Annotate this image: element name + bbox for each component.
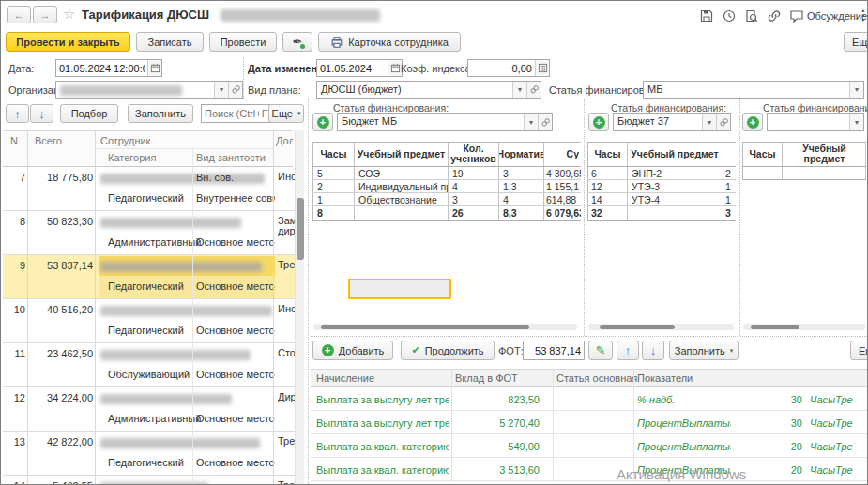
pick-button[interactable]: Подбор xyxy=(60,104,118,123)
t2-total[interactable]: 3 xyxy=(725,207,736,219)
col-employment[interactable]: Вид занятости xyxy=(196,152,266,163)
write-button[interactable]: Записать xyxy=(136,32,204,52)
t2-cell[interactable]: ЭНП-2 xyxy=(632,168,721,179)
chevron-down-icon[interactable]: ▾ xyxy=(702,114,716,130)
t1-cell[interactable]: 614,88 xyxy=(546,194,581,205)
open-icon[interactable] xyxy=(538,114,552,130)
save-icon[interactable] xyxy=(699,8,714,23)
add-financing-button-1[interactable]: + xyxy=(312,113,333,131)
t1-total[interactable]: 8 xyxy=(317,207,323,219)
financing-article-combo[interactable]: МБ ▾ xyxy=(643,81,864,99)
col-employee[interactable]: Сотрудник xyxy=(100,135,150,146)
post-button[interactable]: Провести xyxy=(209,32,277,52)
t1-total[interactable]: 6 079,63 xyxy=(546,207,581,219)
discussion-icon[interactable] xyxy=(789,8,804,23)
forward-button[interactable]: → xyxy=(33,6,57,23)
accrual-row[interactable]: Выплата за выслугу лет тренера-препо... … xyxy=(311,388,868,411)
financing-combo-1[interactable]: Бюджет МБ ▾ xyxy=(337,113,553,131)
t1-cell[interactable]: 19 xyxy=(452,168,464,179)
t1-cell[interactable]: Индивидуальный проект xyxy=(358,181,448,192)
t1-col-subject[interactable]: Учебный предмет xyxy=(355,142,448,166)
t2-cell-clipped[interactable]: 1 xyxy=(725,194,736,205)
t1-cell[interactable]: 4 309,65 xyxy=(546,168,581,179)
t2-col-subject[interactable]: Учебный предмет xyxy=(628,142,722,166)
change-date-field[interactable] xyxy=(316,59,403,77)
t2-cell[interactable]: УТЭ-3 xyxy=(632,181,721,192)
col-fot-share[interactable]: Вклад в ФОТ xyxy=(455,372,518,384)
row-up-button[interactable]: ↑ xyxy=(617,341,639,360)
t1-cell[interactable]: 5 xyxy=(317,168,323,179)
post-and-close-button[interactable]: Провести и закрыть xyxy=(6,32,130,52)
t2-cell[interactable]: 14 xyxy=(591,194,602,205)
chevron-down-icon[interactable]: ▾ xyxy=(524,114,538,130)
employee-row-10[interactable]: 10 40 516,20 Инс Педагогический Основное… xyxy=(3,299,295,343)
t1-cell[interactable]: 2 xyxy=(317,181,323,192)
t3-col-subject[interactable]: Учебный предмет xyxy=(783,142,866,166)
open-icon[interactable] xyxy=(526,82,541,98)
more-button-bottom[interactable]: Еще xyxy=(850,341,868,360)
accrual-row[interactable]: Выплата за квал. категорию тренера-пр...… xyxy=(311,435,868,458)
calendar-icon[interactable] xyxy=(388,60,402,76)
t1-cell[interactable]: 3 xyxy=(503,168,509,179)
financing-combo-3[interactable]: ▾ xyxy=(767,113,864,131)
add-financing-button-3[interactable]: + xyxy=(742,113,763,131)
more-vertical-icon[interactable]: ⋮ xyxy=(857,8,868,23)
t2-col-hours[interactable]: Часы xyxy=(588,142,627,166)
chevron-down-icon[interactable]: ▾ xyxy=(214,82,228,98)
employee-row-12[interactable]: 12 34 224,00 Дир Административный Основн… xyxy=(3,387,295,432)
preview-icon[interactable] xyxy=(744,8,759,23)
t1-total[interactable]: 26 xyxy=(452,207,464,219)
sign-pen-button[interactable]: ✒ xyxy=(282,32,312,52)
organization-combo[interactable]: ▾ xyxy=(55,81,243,99)
employee-row-11[interactable]: 11 23 462,50 Сто Обслуживающий Основное … xyxy=(3,343,295,387)
left-table-scrollbar[interactable] xyxy=(295,130,304,485)
fill-button-left[interactable]: Заполнить xyxy=(128,104,193,123)
t2-cell-clipped[interactable]: 2 xyxy=(725,168,736,179)
accrual-row[interactable]: Выплата за квал. категорию тренера-пр...… xyxy=(311,459,868,481)
t1-col-norm[interactable]: Норматив xyxy=(499,142,543,166)
row-down-button[interactable]: ↓ xyxy=(642,341,664,360)
chevron-down-icon[interactable]: ▾ xyxy=(849,114,863,130)
history-icon[interactable] xyxy=(722,8,737,23)
col-total[interactable]: Всего xyxy=(35,135,62,146)
employee-row-14[interactable]: 14 5 462,55 Трен. xyxy=(3,476,295,485)
date-field[interactable] xyxy=(55,59,162,77)
t1-col-sum[interactable]: Су xyxy=(544,142,581,166)
t1-col-pupils[interactable]: Кол. учеников xyxy=(449,142,498,166)
t1-cell[interactable]: СОЭ xyxy=(358,168,448,179)
t2-cell[interactable]: 6 xyxy=(591,168,597,179)
financing-combo-2[interactable]: Бюджет 37 ▾ xyxy=(613,113,731,131)
employee-row-8[interactable]: 8 50 823,30 Зам дир Административный Осн… xyxy=(3,211,295,255)
open-icon[interactable] xyxy=(716,114,730,130)
employee-row-7[interactable]: 7 18 775,80 Вн. сов. Инс Педагогический … xyxy=(3,167,295,211)
col-category[interactable]: Категория xyxy=(108,152,156,163)
t1-total[interactable]: 8,3 xyxy=(503,207,517,219)
t1-cell[interactable]: 1,3 xyxy=(503,181,517,192)
t2-cell[interactable]: 12 xyxy=(591,181,602,192)
calendar-icon[interactable] xyxy=(147,60,161,76)
col-indicators[interactable]: Показатели xyxy=(637,372,693,384)
t1-cell[interactable]: 4 xyxy=(452,181,458,192)
t1-cell[interactable]: Обществознание xyxy=(358,194,448,205)
plan-kind-combo[interactable]: ДЮСШ (бюджет) ▾ xyxy=(316,81,541,99)
col-article[interactable]: Статья основная xyxy=(556,372,637,384)
col-accrual[interactable]: Начисление xyxy=(316,372,374,384)
focused-empty-cell[interactable] xyxy=(348,279,451,299)
calculator-icon[interactable] xyxy=(535,60,549,76)
index-coef-field[interactable] xyxy=(467,59,550,77)
scrollbar-thumb[interactable] xyxy=(297,198,304,260)
continue-button[interactable]: ✔Продолжить xyxy=(401,341,495,360)
t1-cell[interactable]: 1 155,1 xyxy=(546,181,581,192)
col-n[interactable]: N xyxy=(10,135,18,146)
t2-cell[interactable]: УТЭ-4 xyxy=(632,194,721,205)
col-position[interactable]: Дол xyxy=(276,135,293,146)
open-icon[interactable] xyxy=(228,82,242,98)
panel3-hscrollbar[interactable] xyxy=(743,324,865,330)
more-button-left[interactable]: Еще▾ xyxy=(268,104,304,123)
employee-row-13[interactable]: 13 42 822,00 Трен Педагогический Основно… xyxy=(3,432,295,476)
t3-col-hours[interactable]: Часы xyxy=(743,142,782,166)
scrollbar-thumb[interactable] xyxy=(600,325,675,329)
employee-card-button[interactable]: Карточка сотрудника xyxy=(318,32,461,52)
move-down-button[interactable]: ↓ xyxy=(30,104,53,123)
move-up-button[interactable]: ↑ xyxy=(6,104,29,123)
